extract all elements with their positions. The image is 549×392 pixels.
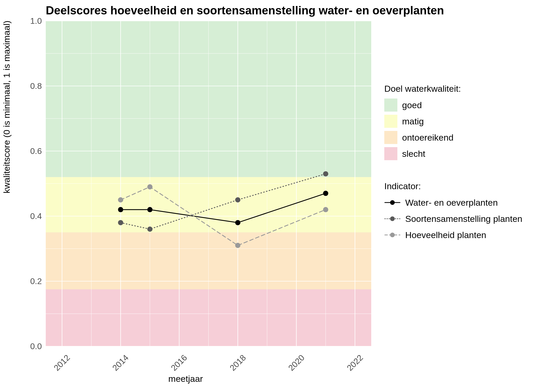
legend-line-sample xyxy=(384,196,401,209)
legend-swatch xyxy=(384,147,397,160)
legend-quality-item: slecht xyxy=(384,147,541,160)
svg-point-40 xyxy=(390,200,395,205)
legend-quality-item: matig xyxy=(384,115,541,128)
svg-point-37 xyxy=(235,243,241,248)
svg-point-31 xyxy=(118,220,123,225)
svg-point-38 xyxy=(323,207,328,212)
legend-quality-item: ontoereikend xyxy=(384,131,541,144)
svg-point-32 xyxy=(147,227,152,232)
legend-label: Soortensamenstelling planten xyxy=(405,214,522,224)
y-axis-ticks: 0.00.20.40.60.81.0 xyxy=(22,21,44,346)
x-tick-label: 2016 xyxy=(169,353,189,373)
y-tick-label: 0.4 xyxy=(22,211,42,221)
x-axis-ticks: 201220142016201820202022 xyxy=(46,349,371,372)
legend-quality-title: Doel waterkwaliteit: xyxy=(384,84,541,94)
svg-point-29 xyxy=(235,220,241,225)
x-tick-label: 2014 xyxy=(111,353,131,373)
svg-point-28 xyxy=(147,207,152,212)
chart-title: Deelscores hoeveelheid en soortensamenst… xyxy=(46,4,444,17)
legend-indicator-item: Soortensamenstelling planten xyxy=(384,212,541,225)
legend-quality-item: goed xyxy=(384,99,541,112)
svg-point-36 xyxy=(147,184,152,189)
x-tick-label: 2022 xyxy=(345,353,365,373)
svg-point-44 xyxy=(390,233,395,237)
svg-point-27 xyxy=(118,207,123,212)
y-tick-label: 1.0 xyxy=(22,16,42,26)
plot-area xyxy=(46,21,371,346)
legend-indicator-item: Hoeveelheid planten xyxy=(384,228,541,241)
y-tick-label: 0.6 xyxy=(22,146,42,156)
legend-line-sample xyxy=(384,228,401,241)
y-tick-label: 0.8 xyxy=(22,81,42,91)
svg-point-34 xyxy=(323,171,328,176)
legend-label: ontoereikend xyxy=(402,132,454,143)
x-tick-label: 2018 xyxy=(228,353,248,373)
legend-label: Water- en oeverplanten xyxy=(405,198,498,208)
x-tick-label: 2020 xyxy=(286,353,306,373)
legend-label: slecht xyxy=(402,149,425,159)
svg-point-42 xyxy=(390,216,395,221)
legend-indicator-title: Indicator: xyxy=(384,181,541,191)
svg-point-30 xyxy=(323,191,328,196)
legend-indicator-item: Water- en oeverplanten xyxy=(384,196,541,209)
legend-swatch xyxy=(384,131,397,144)
legend-label: Hoeveelheid planten xyxy=(405,230,486,240)
legend-label: matig xyxy=(402,116,424,126)
x-axis-label: meetjaar xyxy=(168,374,203,384)
svg-point-33 xyxy=(235,197,241,203)
y-axis-label: kwaliteitscore (0 is minimaal, 1 is maxi… xyxy=(2,21,12,193)
x-tick-label: 2012 xyxy=(52,353,72,373)
legend: Doel waterkwaliteit: goedmatigontoereike… xyxy=(384,84,541,245)
legend-line-sample xyxy=(384,212,401,225)
chart-container: Deelscores hoeveelheid en soortensamenst… xyxy=(0,0,549,392)
svg-point-35 xyxy=(118,197,123,203)
y-tick-label: 0.0 xyxy=(22,342,42,351)
legend-swatch xyxy=(384,115,397,128)
legend-swatch xyxy=(384,99,397,112)
legend-label: goed xyxy=(402,100,422,110)
y-tick-label: 0.2 xyxy=(22,276,42,286)
